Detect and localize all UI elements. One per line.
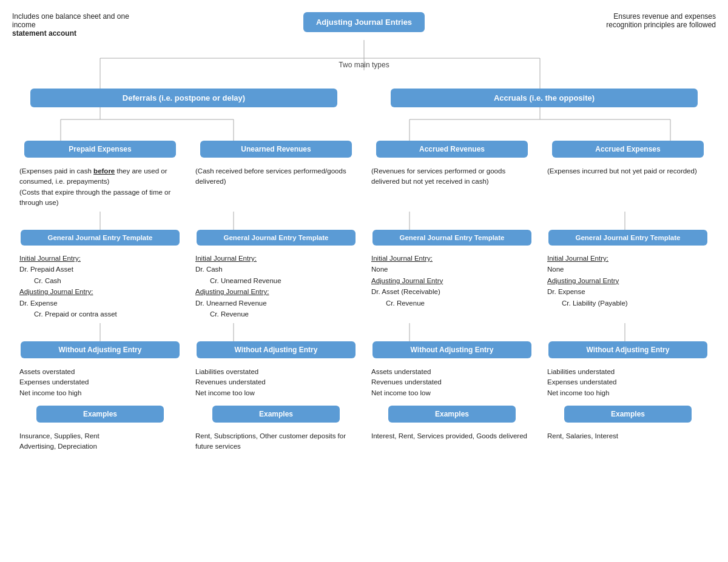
accrued-rev-journal: Initial Journal Entry: None Adjusting Jo…: [364, 250, 540, 323]
accrued-exp-col: Accrued Expenses: [540, 141, 716, 158]
accrued-rev-without-effects: Assets understatedRevenues understatedNe…: [364, 363, 540, 402]
accrued-rev-desc: (Revenues for services performed or good…: [364, 162, 540, 212]
unearned-col: Unearned Revenues: [188, 141, 364, 158]
unearned-examples-box: Examples: [212, 406, 340, 423]
prepaid-examples-box: Examples: [36, 406, 164, 423]
unearned-examples-text: Rent, Subscriptions, Other customer depo…: [188, 427, 364, 456]
prepaid-examples-text: Insurance, Supplies, RentAdvertising, De…: [12, 427, 188, 456]
accrued-rev-without-box: Without Adjusting Entry: [372, 341, 531, 358]
prepaid-col: Prepaid Expenses: [12, 141, 188, 158]
accrued-exp-template-box: General Journal Entry Template: [548, 230, 707, 246]
prepaid-expenses-box: Prepaid Expenses: [24, 141, 176, 158]
accrued-exp-examples-text: Rent, Salaries, Interest: [540, 427, 716, 456]
desc-to-template-svg: [12, 212, 716, 230]
accrued-rev-examples-text: Interest, Rent, Services provided, Goods…: [364, 427, 540, 456]
main-diagram: Includes one balance sheet and one incom…: [12, 12, 716, 455]
accrued-exp-desc: (Expenses incurred but not yet paid or r…: [540, 162, 716, 212]
accrued-exp-without-effects: Liabilities understatedExpenses understa…: [540, 363, 716, 402]
right-note: Ensures revenue and expenses recognition…: [576, 12, 716, 29]
unearned-without-box: Without Adjusting Entry: [197, 341, 356, 358]
accrued-rev-examples-box: Examples: [388, 406, 516, 423]
journal-to-without-svg: [12, 323, 716, 341]
left-note: Includes one balance sheet and one incom…: [12, 12, 152, 38]
unearned-without-effects: Liabilities overstatedRevenues understat…: [188, 363, 364, 402]
prepaid-journal: Initial Journal Entry: Dr. Prepaid Asset…: [12, 250, 188, 323]
two-main-types-label: Two main types: [339, 61, 389, 69]
accrued-exp-without-box: Without Adjusting Entry: [548, 341, 707, 358]
unearned-desc: (Cash received before services performed…: [188, 162, 364, 212]
main-title: Adjusting Journal Entries: [303, 12, 425, 32]
prepaid-without-box: Without Adjusting Entry: [21, 341, 180, 358]
accrued-revenues-box: Accrued Revenues: [376, 141, 528, 158]
unearned-revenues-box: Unearned Revenues: [200, 141, 352, 158]
accrued-rev-col: Accrued Revenues: [364, 141, 540, 158]
deferrals-box: Deferrals (i.e. postpone or delay): [30, 89, 337, 107]
accrued-exp-examples-box: Examples: [564, 406, 692, 423]
unearned-journal: Initial Journal Entry: Dr. Cash Cr. Unea…: [188, 250, 364, 323]
prepaid-without-effects: Assets overstatedExpenses understatedNet…: [12, 363, 188, 402]
prepaid-template-box: General Journal Entry Template: [21, 230, 180, 246]
accrued-expenses-box: Accrued Expenses: [552, 141, 704, 158]
prepaid-desc: (Expenses paid in cash before they are u…: [12, 162, 188, 212]
accrued-rev-template-box: General Journal Entry Template: [372, 230, 531, 246]
accrued-exp-journal: Initial Journal Entry: None Adjusting Jo…: [540, 250, 716, 323]
accruals-box: Accruals (i.e. the opposite): [391, 89, 698, 107]
mid-connector-svg: [12, 107, 716, 141]
unearned-template-box: General Journal Entry Template: [197, 230, 356, 246]
